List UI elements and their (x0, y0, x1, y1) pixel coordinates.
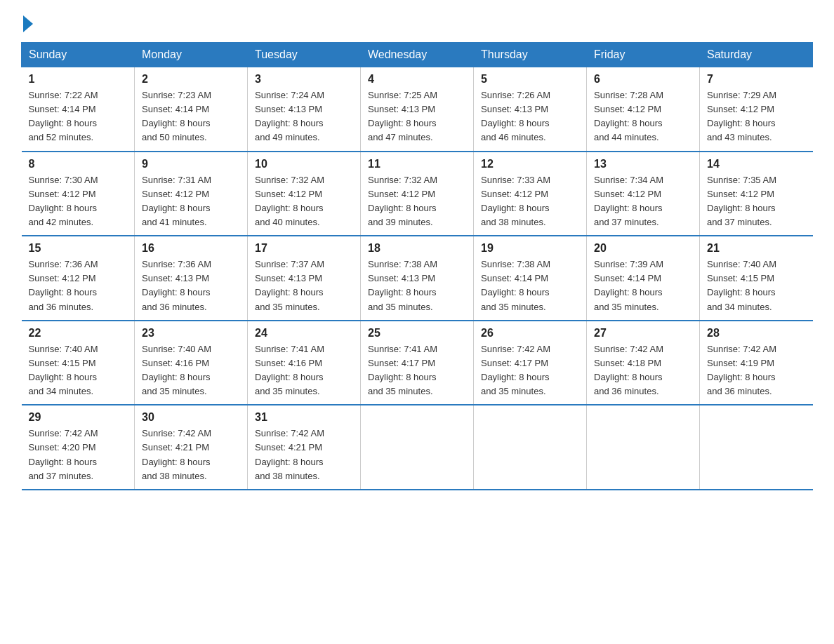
day-number: 11 (368, 158, 466, 170)
day-cell: 31 Sunrise: 7:42 AMSunset: 4:21 PMDaylig… (248, 405, 361, 490)
day-number: 10 (255, 158, 353, 170)
day-info: Sunrise: 7:40 AMSunset: 4:15 PMDaylight:… (707, 257, 806, 314)
day-info: Sunrise: 7:26 AMSunset: 4:13 PMDaylight:… (481, 88, 579, 145)
day-number: 17 (255, 242, 353, 255)
day-cell: 10 Sunrise: 7:32 AMSunset: 4:12 PMDaylig… (248, 152, 361, 236)
logo-arrow-icon (23, 15, 33, 32)
day-cell: 28 Sunrise: 7:42 AMSunset: 4:19 PMDaylig… (700, 321, 813, 405)
calendar-table: SundayMondayTuesdayWednesdayThursdayFrid… (21, 42, 813, 490)
header-sunday: Sunday (22, 43, 135, 67)
day-cell: 13 Sunrise: 7:34 AMSunset: 4:12 PMDaylig… (587, 152, 700, 236)
day-info: Sunrise: 7:41 AMSunset: 4:17 PMDaylight:… (368, 342, 466, 399)
day-info: Sunrise: 7:24 AMSunset: 4:13 PMDaylight:… (255, 88, 353, 145)
day-info: Sunrise: 7:39 AMSunset: 4:14 PMDaylight:… (594, 257, 692, 314)
day-number: 6 (594, 73, 692, 86)
day-cell: 19 Sunrise: 7:38 AMSunset: 4:14 PMDaylig… (474, 236, 587, 321)
day-number: 18 (368, 242, 466, 255)
day-number: 21 (707, 242, 806, 255)
day-info: Sunrise: 7:35 AMSunset: 4:12 PMDaylight:… (707, 173, 806, 230)
day-cell: 9 Sunrise: 7:31 AMSunset: 4:12 PMDayligh… (135, 152, 248, 236)
day-info: Sunrise: 7:38 AMSunset: 4:14 PMDaylight:… (481, 257, 579, 314)
page-header (21, 14, 813, 29)
day-number: 9 (142, 158, 240, 170)
day-number: 29 (29, 411, 128, 424)
day-number: 24 (255, 327, 353, 340)
day-number: 25 (368, 327, 466, 340)
day-cell: 3 Sunrise: 7:24 AMSunset: 4:13 PMDayligh… (248, 67, 361, 152)
day-info: Sunrise: 7:31 AMSunset: 4:12 PMDaylight:… (142, 173, 240, 230)
week-row-5: 29 Sunrise: 7:42 AMSunset: 4:20 PMDaylig… (22, 405, 813, 490)
day-cell: 8 Sunrise: 7:30 AMSunset: 4:12 PMDayligh… (22, 152, 135, 236)
day-cell: 5 Sunrise: 7:26 AMSunset: 4:13 PMDayligh… (474, 67, 587, 152)
week-row-4: 22 Sunrise: 7:40 AMSunset: 4:15 PMDaylig… (22, 321, 813, 405)
day-cell: 14 Sunrise: 7:35 AMSunset: 4:12 PMDaylig… (700, 152, 813, 236)
day-number: 2 (142, 73, 240, 86)
day-info: Sunrise: 7:40 AMSunset: 4:16 PMDaylight:… (142, 342, 240, 399)
header-thursday: Thursday (474, 43, 587, 67)
day-info: Sunrise: 7:22 AMSunset: 4:14 PMDaylight:… (29, 88, 128, 145)
day-info: Sunrise: 7:29 AMSunset: 4:12 PMDaylight:… (707, 88, 806, 145)
day-number: 16 (142, 242, 240, 255)
day-cell: 12 Sunrise: 7:33 AMSunset: 4:12 PMDaylig… (474, 152, 587, 236)
day-info: Sunrise: 7:34 AMSunset: 4:12 PMDaylight:… (594, 173, 692, 230)
day-number: 27 (594, 327, 692, 340)
day-info: Sunrise: 7:42 AMSunset: 4:19 PMDaylight:… (707, 342, 806, 399)
day-cell (587, 405, 700, 490)
day-number: 19 (481, 242, 579, 255)
day-info: Sunrise: 7:40 AMSunset: 4:15 PMDaylight:… (29, 342, 128, 399)
day-cell: 27 Sunrise: 7:42 AMSunset: 4:18 PMDaylig… (587, 321, 700, 405)
calendar-header-row: SundayMondayTuesdayWednesdayThursdayFrid… (22, 43, 813, 67)
day-info: Sunrise: 7:32 AMSunset: 4:12 PMDaylight:… (368, 173, 466, 230)
day-cell (361, 405, 474, 490)
header-saturday: Saturday (700, 43, 813, 67)
day-cell: 17 Sunrise: 7:37 AMSunset: 4:13 PMDaylig… (248, 236, 361, 321)
day-number: 12 (481, 158, 579, 170)
day-info: Sunrise: 7:23 AMSunset: 4:14 PMDaylight:… (142, 88, 240, 145)
header-friday: Friday (587, 43, 700, 67)
day-info: Sunrise: 7:36 AMSunset: 4:13 PMDaylight:… (142, 257, 240, 314)
day-number: 20 (594, 242, 692, 255)
day-cell: 18 Sunrise: 7:38 AMSunset: 4:13 PMDaylig… (361, 236, 474, 321)
day-cell: 2 Sunrise: 7:23 AMSunset: 4:14 PMDayligh… (135, 67, 248, 152)
day-cell: 4 Sunrise: 7:25 AMSunset: 4:13 PMDayligh… (361, 67, 474, 152)
day-cell: 15 Sunrise: 7:36 AMSunset: 4:12 PMDaylig… (22, 236, 135, 321)
day-info: Sunrise: 7:37 AMSunset: 4:13 PMDaylight:… (255, 257, 353, 314)
day-cell: 26 Sunrise: 7:42 AMSunset: 4:17 PMDaylig… (474, 321, 587, 405)
day-cell: 25 Sunrise: 7:41 AMSunset: 4:17 PMDaylig… (361, 321, 474, 405)
day-info: Sunrise: 7:25 AMSunset: 4:13 PMDaylight:… (368, 88, 466, 145)
day-cell: 24 Sunrise: 7:41 AMSunset: 4:16 PMDaylig… (248, 321, 361, 405)
day-number: 30 (142, 411, 240, 424)
day-info: Sunrise: 7:36 AMSunset: 4:12 PMDaylight:… (29, 257, 128, 314)
day-info: Sunrise: 7:38 AMSunset: 4:13 PMDaylight:… (368, 257, 466, 314)
week-row-1: 1 Sunrise: 7:22 AMSunset: 4:14 PMDayligh… (22, 67, 813, 152)
day-number: 13 (594, 158, 692, 170)
day-number: 4 (368, 73, 466, 86)
day-number: 3 (255, 73, 353, 86)
day-info: Sunrise: 7:28 AMSunset: 4:12 PMDaylight:… (594, 88, 692, 145)
day-cell: 16 Sunrise: 7:36 AMSunset: 4:13 PMDaylig… (135, 236, 248, 321)
day-number: 23 (142, 327, 240, 340)
day-cell (474, 405, 587, 490)
day-number: 15 (29, 242, 128, 255)
day-cell: 29 Sunrise: 7:42 AMSunset: 4:20 PMDaylig… (22, 405, 135, 490)
day-info: Sunrise: 7:30 AMSunset: 4:12 PMDaylight:… (29, 173, 128, 230)
day-number: 7 (707, 73, 806, 86)
day-info: Sunrise: 7:42 AMSunset: 4:18 PMDaylight:… (594, 342, 692, 399)
day-number: 1 (29, 73, 128, 86)
header-tuesday: Tuesday (248, 43, 361, 67)
day-info: Sunrise: 7:42 AMSunset: 4:21 PMDaylight:… (142, 427, 240, 483)
logo (21, 14, 33, 29)
week-row-2: 8 Sunrise: 7:30 AMSunset: 4:12 PMDayligh… (22, 152, 813, 236)
day-cell: 21 Sunrise: 7:40 AMSunset: 4:15 PMDaylig… (700, 236, 813, 321)
day-number: 5 (481, 73, 579, 86)
day-info: Sunrise: 7:32 AMSunset: 4:12 PMDaylight:… (255, 173, 353, 230)
day-info: Sunrise: 7:42 AMSunset: 4:21 PMDaylight:… (255, 427, 353, 483)
day-info: Sunrise: 7:42 AMSunset: 4:20 PMDaylight:… (29, 427, 128, 483)
day-cell: 11 Sunrise: 7:32 AMSunset: 4:12 PMDaylig… (361, 152, 474, 236)
day-info: Sunrise: 7:42 AMSunset: 4:17 PMDaylight:… (481, 342, 579, 399)
day-cell: 22 Sunrise: 7:40 AMSunset: 4:15 PMDaylig… (22, 321, 135, 405)
day-info: Sunrise: 7:41 AMSunset: 4:16 PMDaylight:… (255, 342, 353, 399)
day-number: 26 (481, 327, 579, 340)
day-info: Sunrise: 7:33 AMSunset: 4:12 PMDaylight:… (481, 173, 579, 230)
day-number: 22 (29, 327, 128, 340)
